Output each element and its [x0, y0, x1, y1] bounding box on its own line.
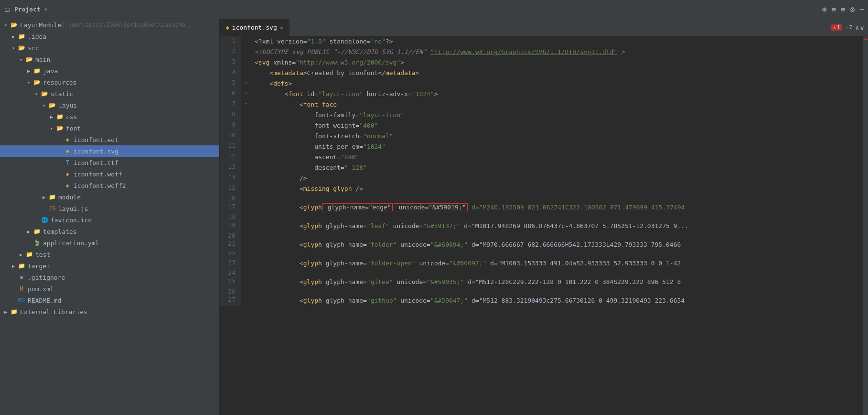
- tree-item-favicon-ico[interactable]: 🌐favicon.ico: [0, 214, 219, 226]
- tree-item-gitignore[interactable]: ⚙.gitignore: [0, 272, 219, 283]
- tree-item-label: target: [28, 262, 50, 270]
- token-tag: font: [288, 90, 303, 98]
- token-val: "1024": [412, 90, 434, 98]
- editor-scrollbar[interactable]: [862, 36, 868, 415]
- line-number: 11: [220, 142, 241, 152]
- tab-file-icon: ◈: [225, 24, 229, 31]
- line-fold-icon: [241, 110, 251, 120]
- token-attr: glyph-name: [322, 297, 363, 304]
- filter-icon[interactable]: ≡: [841, 5, 846, 14]
- token-punct: <?xml: [255, 38, 277, 45]
- token-punct: <: [255, 204, 303, 211]
- tree-item-iconfont-eot[interactable]: ◈iconfont.eot: [0, 134, 219, 145]
- line-number: 23: [220, 258, 241, 269]
- token-tag: glyph: [303, 241, 322, 248]
- settings-icon[interactable]: ⚙: [850, 5, 855, 14]
- tree-item-target[interactable]: ▶📁target: [0, 260, 219, 272]
- folder-target-icon: 📁: [17, 262, 26, 269]
- tree-item-label: iconfont.ttf: [74, 159, 118, 166]
- line-number: 24: [220, 269, 241, 277]
- folder-icon: 📁: [25, 251, 33, 258]
- line-fold-icon: [241, 295, 251, 306]
- tree-item-font[interactable]: ▾📂font: [0, 122, 219, 134]
- line-fold-icon: [241, 269, 251, 277]
- token-val: "-128": [344, 164, 367, 171]
- code-editor[interactable]: 1<?xml version="1.0" standalone="no"?>2<…: [220, 36, 862, 415]
- tree-item-pom-xml[interactable]: Mpom.xml: [0, 283, 219, 295]
- line-number: 26: [220, 287, 241, 295]
- tree-item-ext-libs[interactable]: ▶📁External Libraries: [0, 306, 219, 317]
- tree-item-iconfont-ttf[interactable]: Ticonfont.ttf: [0, 157, 219, 168]
- line-fold-icon: [241, 287, 251, 295]
- code-line: 24: [220, 269, 862, 277]
- tree-item-static[interactable]: ▾📂static: [0, 88, 219, 99]
- tree-item-iconfont-woff[interactable]: ◈iconfont.woff: [0, 168, 219, 180]
- token-attr: version: [277, 38, 303, 45]
- tree-item-src[interactable]: ▾📂src: [0, 42, 219, 54]
- tree-arrow-icon: ▾: [2, 22, 10, 28]
- tree-item-label: iconfont.woff: [74, 171, 122, 178]
- line-fold-icon[interactable]: ▾: [241, 89, 251, 99]
- tree-item-test[interactable]: ▶📁test: [0, 249, 219, 260]
- token-punct: =: [303, 38, 307, 45]
- code-lines: 1<?xml version="1.0" standalone="no"?>2<…: [220, 36, 862, 306]
- line-content: <font id="layui-icon" horiz-adv-x="1024"…: [251, 89, 862, 99]
- line-content: font-family="layui-icon": [251, 110, 862, 120]
- code-line: 6▾ <font id="layui-icon" horiz-adv-x="10…: [220, 89, 862, 99]
- tree-item-java[interactable]: ▶📁java: [0, 65, 219, 76]
- checkmark-icon: ✓: [845, 24, 848, 31]
- code-line: 22: [220, 250, 862, 258]
- tree-item-main[interactable]: ▾📂main: [0, 54, 219, 65]
- tab-close-button[interactable]: ✕: [280, 24, 283, 31]
- tree-item-label: css: [66, 113, 77, 120]
- line-fold-icon: [241, 184, 251, 194]
- line-content: units-per-em="1024": [251, 142, 862, 152]
- tree-arrow-icon: ▶: [25, 229, 32, 234]
- tree-item-templates[interactable]: ▶📁templates: [0, 226, 219, 237]
- line-fold-icon[interactable]: ▾: [241, 99, 251, 110]
- tree-item-iconfont-woff2[interactable]: ◈iconfont.woff2: [0, 180, 219, 191]
- tree-item-css[interactable]: ▶📁css: [0, 111, 219, 122]
- add-icon[interactable]: ⊕: [822, 5, 827, 14]
- token-tag: missing-glyph: [303, 185, 352, 192]
- line-content: [251, 269, 862, 277]
- line-fold-icon[interactable]: ▾: [241, 78, 251, 89]
- project-dropdown-icon[interactable]: ▾: [44, 6, 48, 12]
- tree-item-iconfont-svg-file[interactable]: ◈iconfont.svg: [0, 145, 219, 157]
- code-line: 4 <metadata>Created by iconfont</metadat…: [220, 68, 862, 78]
- token-punct: =: [408, 90, 412, 98]
- tree-item-module[interactable]: ▶📁module: [0, 191, 219, 203]
- tree-item-layui[interactable]: ▾📂layui: [0, 99, 219, 111]
- tree-item-application-yml[interactable]: 🍃application.yml: [0, 237, 219, 249]
- minimize-icon[interactable]: −: [859, 5, 864, 14]
- code-line: 21 <glyph glyph-name="folder" unicode="&…: [220, 240, 862, 250]
- folder-open-icon: 📂: [17, 44, 26, 51]
- folder-open-icon: 📂: [10, 22, 18, 28]
- token-attr: font-weight: [255, 122, 355, 129]
- sort-icon[interactable]: ≡: [831, 5, 836, 14]
- tree-item-readme-md[interactable]: MDREADME.md: [0, 295, 219, 306]
- token-tag: svg: [258, 59, 269, 66]
- tree-item-layui-module[interactable]: ▾📂LayuiModule D:\Workspace\IDEA\SpringBo…: [0, 19, 219, 31]
- folder-icon: 📁: [17, 33, 26, 40]
- token-white: d="M970.666667 682.666666H542.173333L429…: [468, 241, 681, 248]
- tree-item-idea[interactable]: ▶📁.idea: [0, 31, 219, 42]
- nav-up-arrow[interactable]: ∧: [855, 24, 859, 32]
- line-number: 2: [220, 47, 241, 57]
- tree-item-resources[interactable]: ▾📂resources: [0, 76, 219, 88]
- folder-open-icon: 📂: [40, 90, 49, 97]
- code-line: 2<!DOCTYPE svg PUBLIC "-//W3C//DTD SVG 1…: [220, 47, 862, 57]
- tree-item-label: External Libraries: [20, 308, 87, 316]
- line-fold-icon: [241, 240, 251, 250]
- nav-down-arrow[interactable]: ∨: [860, 24, 864, 32]
- tree-item-label: iconfont.eot: [74, 136, 118, 143]
- token-val: "layui-icon": [318, 90, 363, 98]
- token-val: "&#59137;": [423, 222, 460, 229]
- token-val: "&#59035;": [427, 278, 464, 285]
- token-punct: ?>: [386, 38, 393, 45]
- tree-item-layui-js[interactable]: JSlayui.js: [0, 203, 219, 214]
- token-val: "1.0": [307, 38, 326, 45]
- tree-item-label: java: [43, 67, 58, 75]
- tab-iconfont-svg[interactable]: ◈ iconfont.svg ✕: [220, 19, 289, 36]
- token-val: "github": [367, 297, 397, 304]
